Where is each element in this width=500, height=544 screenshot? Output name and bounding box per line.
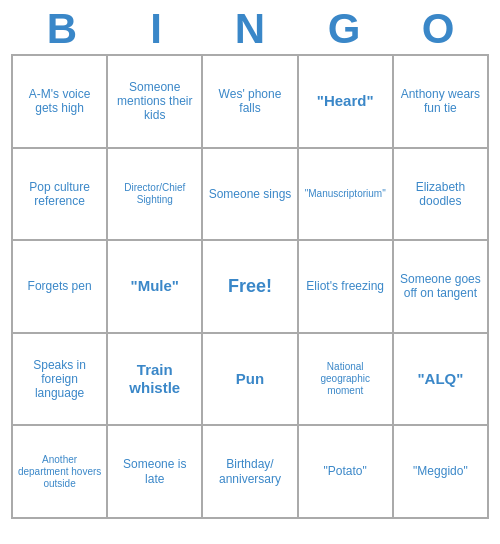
- bingo-cell-23[interactable]: "Potato": [298, 425, 393, 518]
- bingo-letter-o: O: [402, 8, 474, 50]
- bingo-header: BINGO: [15, 8, 485, 50]
- bingo-cell-6[interactable]: Director/Chief Sighting: [107, 148, 202, 241]
- bingo-letter-b: B: [26, 8, 98, 50]
- bingo-cell-5[interactable]: Pop culture reference: [12, 148, 107, 241]
- bingo-letter-i: I: [120, 8, 192, 50]
- bingo-cell-19[interactable]: "ALQ": [393, 333, 488, 426]
- bingo-cell-1[interactable]: Someone mentions their kids: [107, 55, 202, 148]
- bingo-cell-11[interactable]: "Mule": [107, 240, 202, 333]
- bingo-letter-g: G: [308, 8, 380, 50]
- bingo-cell-14[interactable]: Someone goes off on tangent: [393, 240, 488, 333]
- bingo-cell-8[interactable]: "Manuscriptorium": [298, 148, 393, 241]
- bingo-cell-12[interactable]: Free!: [202, 240, 297, 333]
- bingo-cell-9[interactable]: Elizabeth doodles: [393, 148, 488, 241]
- bingo-cell-16[interactable]: Train whistle: [107, 333, 202, 426]
- bingo-cell-3[interactable]: "Heard": [298, 55, 393, 148]
- bingo-cell-10[interactable]: Forgets pen: [12, 240, 107, 333]
- bingo-cell-18[interactable]: National geographic moment: [298, 333, 393, 426]
- bingo-grid: A-M's voice gets highSomeone mentions th…: [11, 54, 489, 519]
- bingo-cell-4[interactable]: Anthony wears fun tie: [393, 55, 488, 148]
- bingo-cell-20[interactable]: Another department hovers outside: [12, 425, 107, 518]
- bingo-cell-17[interactable]: Pun: [202, 333, 297, 426]
- bingo-cell-22[interactable]: Birthday/ anniversary: [202, 425, 297, 518]
- bingo-letter-n: N: [214, 8, 286, 50]
- bingo-cell-24[interactable]: "Meggido": [393, 425, 488, 518]
- bingo-cell-2[interactable]: Wes' phone falls: [202, 55, 297, 148]
- bingo-cell-15[interactable]: Speaks in foreign language: [12, 333, 107, 426]
- bingo-cell-21[interactable]: Someone is late: [107, 425, 202, 518]
- bingo-cell-7[interactable]: Someone sings: [202, 148, 297, 241]
- bingo-cell-13[interactable]: Eliot's freezing: [298, 240, 393, 333]
- bingo-cell-0[interactable]: A-M's voice gets high: [12, 55, 107, 148]
